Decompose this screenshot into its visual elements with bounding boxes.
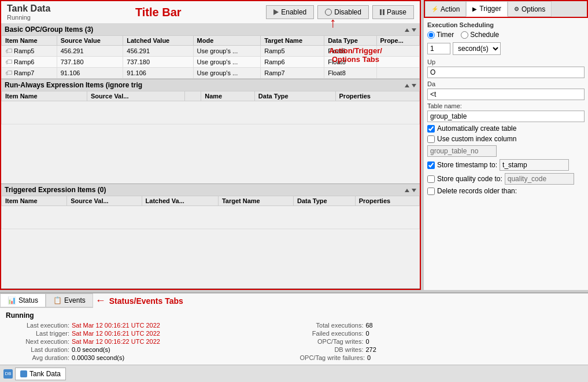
disabled-button[interactable]: Disabled	[317, 5, 369, 19]
status-events-tabs: 📊 Status 📋 Events	[0, 293, 93, 308]
col-target-name: Target Name	[261, 36, 324, 46]
basic-opc-table: Item Name Source Value Latched Value Mod…	[1, 35, 420, 79]
auto-create-row: Automatically create table	[427, 124, 585, 133]
da-label: Da	[427, 80, 585, 87]
taskbar-item-label: Tank Data	[29, 370, 61, 378]
col-data-type-tr: Data Type	[293, 196, 355, 206]
bottom-section: 📊 Status 📋 Events ← Status/Events Tabs R…	[0, 292, 588, 365]
triggered-title: Triggered Expression Items (0)	[5, 186, 106, 194]
run-always-title: Run-Always Expression Items (ignore trig	[5, 81, 142, 89]
col-data-type-ra: Data Type	[254, 91, 335, 101]
tab-options[interactable]: ⚙ Options	[508, 1, 552, 17]
last-duration-row: Last duration: 0.0 second(s)	[6, 346, 289, 353]
total-executions-value: 68	[366, 322, 373, 329]
options-panel: Execution Scheduling Timer Schedule seco…	[424, 18, 588, 290]
col-latched-value: Latched Value	[123, 36, 193, 46]
next-execution-label: Next execution:	[6, 338, 69, 345]
basic-opc-collapse[interactable]	[405, 27, 409, 33]
store-timestamp-checkbox[interactable]	[427, 161, 435, 169]
da-input[interactable]	[427, 89, 585, 100]
failed-executions-value: 0	[366, 330, 369, 337]
store-quality-input[interactable]	[505, 173, 574, 185]
triggered-collapse[interactable]	[405, 187, 409, 193]
store-timestamp-input[interactable]	[500, 159, 569, 171]
timer-value-input[interactable]	[427, 43, 450, 54]
table-name-row: Table name:	[427, 102, 585, 122]
schedule-radio[interactable]	[461, 31, 468, 39]
pause-button[interactable]: Pause	[372, 5, 414, 19]
store-quality-checkbox[interactable]	[427, 175, 435, 183]
last-execution-row: Last execution: Sat Mar 12 00:16:21 UTC …	[6, 322, 289, 329]
basic-opc-expand[interactable]	[412, 27, 416, 33]
store-quality-label: Store quality code to:	[437, 175, 502, 183]
triggered-table: Item Name Source Val... Latched Va... Ta…	[1, 196, 420, 229]
custom-index-label: Use custom index column	[437, 135, 516, 143]
failed-executions-row: Failed executions: 0	[300, 330, 583, 337]
schedule-radio-label[interactable]: Schedule	[461, 31, 499, 39]
tab-status[interactable]: 📊 Status	[0, 293, 46, 307]
auto-create-checkbox[interactable]	[427, 125, 435, 133]
tab-action[interactable]: ⚡ Action	[425, 1, 466, 17]
status-panel: Running Last execution: Sat Mar 12 00:16…	[0, 308, 588, 365]
taskbar: DB Tank Data	[0, 365, 588, 382]
custom-index-checkbox[interactable]	[427, 135, 435, 143]
opc-write-failures-label: OPC/Tag write failures:	[300, 354, 365, 361]
db-writes-value: 272	[366, 346, 376, 353]
opc-tag-writes-label: OPC/Tag writes:	[300, 338, 364, 345]
timer-radio-label[interactable]: Timer	[427, 31, 454, 39]
basic-opc-controls	[405, 27, 416, 33]
app-status: Running	[7, 14, 50, 21]
timer-radio[interactable]	[427, 31, 435, 39]
app-name: Tank Data	[7, 3, 50, 14]
up-input[interactable]	[427, 67, 585, 78]
disabled-label: Disabled	[334, 8, 361, 16]
taskbar-tank-data[interactable]: Tank Data	[15, 368, 66, 380]
taskbar-item-icon	[20, 370, 27, 377]
timer-schedule-group: Timer Schedule	[427, 31, 585, 39]
db-writes-row: DB writes: 272	[300, 346, 583, 353]
last-duration-value: 0.0 second(s)	[72, 346, 110, 353]
title-controls: Enabled Disabled Pause	[266, 5, 414, 19]
col-data-type: Data Type	[324, 36, 376, 46]
col-properties-tr: Properties	[355, 196, 419, 206]
col-properties-ra: Properties	[335, 91, 419, 101]
tab-options-label: Options	[522, 5, 545, 13]
left-panel: Tank Data Running Title Bar Enabled Disa…	[0, 0, 421, 290]
opc-tag-writes-value: 0	[366, 338, 369, 345]
table-row[interactable]: 🏷Ramp5 456.291 456.291 Use group's ... R…	[2, 46, 420, 57]
basic-opc-header: Basic OPC/Group Items (3)	[1, 24, 420, 35]
action-trigger-options-tabs: ⚡ Action ▶ Trigger ⚙ Options Action/Trig…	[424, 0, 588, 18]
avg-duration-row: Avg duration: 0.00030 second(s)	[6, 354, 289, 361]
bottom-tabs-row: 📊 Status 📋 Events ← Status/Events Tabs	[0, 293, 588, 308]
table-row[interactable]: 🏷Ramp6 737.180 737.180 Use group's ... R…	[2, 57, 420, 68]
play-icon	[273, 9, 279, 15]
col-source-val-ra: Source Val...	[87, 91, 185, 101]
schedule-label: Schedule	[470, 31, 499, 39]
run-always-expand[interactable]	[412, 82, 416, 89]
total-executions-row: Total executions: 68	[300, 322, 583, 329]
run-always-collapse[interactable]	[405, 82, 409, 89]
col-item-name-ra: Item Name	[2, 91, 87, 101]
tab-trigger[interactable]: ▶ Trigger	[466, 1, 508, 17]
timer-unit-select[interactable]: second(s)	[453, 42, 501, 55]
triggered-expand[interactable]	[412, 187, 416, 193]
run-always-header: Run-Always Expression Items (ignore trig	[1, 79, 420, 91]
col-empty-ra	[185, 91, 201, 101]
table-name-input[interactable]	[427, 111, 585, 122]
delete-records-checkbox[interactable]	[427, 188, 435, 195]
basic-opc-title: Basic OPC/Group Items (3)	[5, 25, 93, 34]
table-row-empty	[2, 101, 420, 124]
failed-executions-label: Failed executions:	[300, 330, 364, 337]
tab-status-label: Status	[19, 296, 38, 304]
main-container: Tank Data Running Title Bar Enabled Disa…	[0, 0, 588, 382]
table-row[interactable]: 🏷Ramp7 91.106 91.106 Use group's ... Ram…	[2, 68, 420, 79]
enabled-button[interactable]: Enabled	[266, 5, 314, 19]
tab-events[interactable]: 📋 Events	[46, 293, 93, 307]
db-writes-label: DB writes:	[300, 346, 364, 353]
timer-row: second(s)	[427, 42, 585, 55]
last-trigger-row: Last trigger: Sat Mar 12 00:16:21 UTC 20…	[6, 330, 289, 337]
auto-create-label: Automatically create table	[437, 124, 516, 133]
next-execution-value: Sat Mar 12 00:16:22 UTC 2022	[72, 338, 160, 345]
opc-write-failures-value: 0	[367, 354, 371, 361]
custom-index-input[interactable]	[427, 145, 497, 157]
